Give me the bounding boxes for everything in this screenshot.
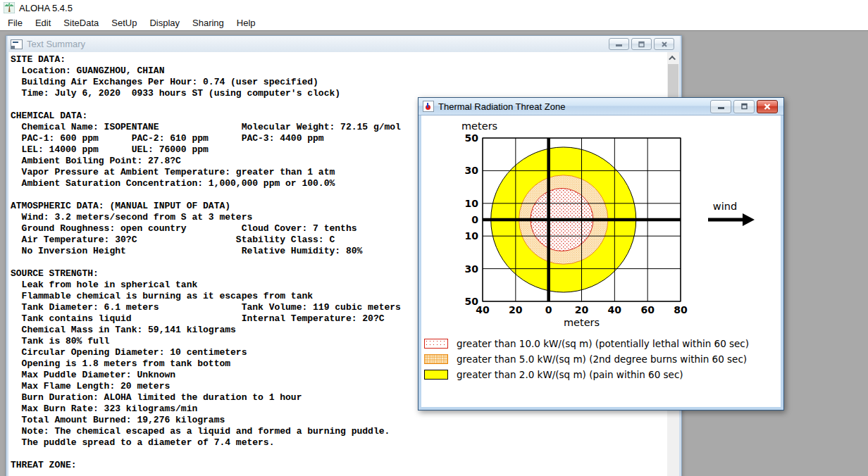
y-tick-label: 30 bbox=[465, 263, 479, 275]
summary-line bbox=[11, 449, 667, 460]
thermal-window-title-bar[interactable]: Thermal Radiation Threat Zone bbox=[418, 98, 783, 115]
text-summary-title-bar[interactable]: Text Summary bbox=[8, 36, 680, 52]
x-axis-label: meters bbox=[564, 317, 600, 328]
summary-line: Note: The chemical escaped as a liquid a… bbox=[11, 426, 667, 437]
x-tick-label: 60 bbox=[640, 304, 655, 315]
menu-display[interactable]: Display bbox=[143, 16, 186, 30]
y-tick-label: 30 bbox=[465, 165, 479, 176]
x-tick-label: 0 bbox=[545, 304, 552, 315]
maximize-button[interactable] bbox=[733, 100, 755, 113]
legend-item-red: greater than 10.0 kW/(sq m) (potentially… bbox=[424, 336, 780, 351]
menu-bar: File Edit SiteData SetUp Display Sharing… bbox=[0, 15, 868, 30]
chevron-up-icon bbox=[669, 56, 676, 63]
menu-setup[interactable]: SetUp bbox=[105, 16, 143, 30]
summary-line: Total Amount Burned: 19,276 kilograms bbox=[11, 415, 667, 426]
y-tick-label: 10 bbox=[465, 198, 479, 209]
legend-label: greater than 5.0 kW/(sq m) (2nd degree b… bbox=[457, 353, 747, 365]
y-tick-label: 50 bbox=[465, 132, 479, 144]
menu-file[interactable]: File bbox=[1, 16, 29, 30]
menu-sitedata[interactable]: SiteData bbox=[57, 16, 105, 30]
y-tick-label: 0 bbox=[471, 214, 478, 225]
aloha-palm-tree-icon bbox=[4, 2, 15, 13]
wind-label: wind bbox=[713, 201, 737, 212]
legend-swatch-orange-zone bbox=[424, 354, 448, 364]
close-button[interactable] bbox=[757, 100, 778, 113]
text-summary-title: Text Summary bbox=[27, 39, 85, 49]
threat-zone-legend: greater than 10.0 kW/(sq m) (potentially… bbox=[424, 336, 780, 382]
menu-edit[interactable]: Edit bbox=[29, 16, 57, 30]
summary-line: THREAT ZONE: bbox=[11, 460, 667, 471]
app-title: ALOHA 5.4.5 bbox=[19, 3, 73, 13]
aloha-app-window: { "app": { "title": "ALOHA 5.4.5", "icon… bbox=[0, 0, 868, 476]
threat-zone-plot-area: 40200204060805030100103050metersmeterswi… bbox=[421, 115, 781, 407]
y-tick-label: 50 bbox=[465, 296, 479, 307]
legend-item-orange: greater than 5.0 kW/(sq m) (2nd degree b… bbox=[424, 351, 780, 367]
y-tick-label: 10 bbox=[465, 230, 479, 242]
legend-swatch-yellow-zone bbox=[424, 370, 448, 380]
thermal-window-title: Thermal Radiation Threat Zone bbox=[438, 101, 565, 112]
x-tick-label: 20 bbox=[509, 304, 523, 315]
x-tick-label: 20 bbox=[575, 304, 589, 315]
legend-swatch-red-zone bbox=[424, 339, 448, 349]
wind-arrow-head bbox=[743, 213, 755, 226]
menu-help[interactable]: Help bbox=[230, 16, 262, 30]
close-button[interactable] bbox=[654, 38, 674, 50]
app-title-bar[interactable]: ALOHA 5.4.5 bbox=[0, 0, 868, 15]
summary-line: Building Air Exchanges Per Hour: 0.74 (u… bbox=[11, 77, 667, 88]
summary-line: The puddle spread to a diameter of 7.4 m… bbox=[11, 437, 667, 449]
x-tick-label: 80 bbox=[674, 304, 688, 315]
y-axis-label: meters bbox=[461, 120, 497, 132]
x-tick-label: 40 bbox=[608, 304, 622, 315]
scroll-up-button[interactable] bbox=[667, 52, 679, 64]
legend-label: greater than 2.0 kW/(sq m) (pain within … bbox=[457, 369, 683, 380]
thermal-threat-zone-window: Thermal Radiation Threat Zone bbox=[418, 97, 784, 411]
maximize-button[interactable] bbox=[631, 38, 652, 50]
legend-item-yellow: greater than 2.0 kW/(sq m) (pain within … bbox=[424, 367, 780, 382]
text-summary-document-icon bbox=[11, 39, 23, 49]
minimize-button[interactable] bbox=[710, 100, 731, 113]
summary-line: SITE DATA: bbox=[11, 54, 667, 65]
thermal-window-icon bbox=[423, 101, 434, 112]
menu-sharing[interactable]: Sharing bbox=[186, 16, 230, 30]
summary-line: Location: GUANGZHOU, CHIAN bbox=[11, 65, 667, 77]
threat-zone-chart: 40200204060805030100103050metersmeterswi… bbox=[421, 115, 781, 334]
legend-label: greater than 10.0 kW/(sq m) (potentially… bbox=[457, 338, 749, 349]
minimize-button[interactable] bbox=[609, 38, 629, 50]
